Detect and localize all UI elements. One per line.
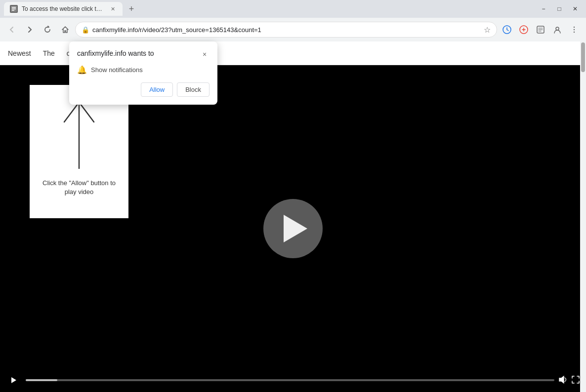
toolbar-icons	[499, 22, 582, 38]
close-button[interactable]: ✕	[568, 2, 582, 16]
nav-item-the[interactable]: The	[43, 49, 55, 57]
popup-close-button[interactable]: ×	[200, 49, 209, 59]
lock-icon: 🔒	[82, 26, 89, 34]
video-controls	[0, 368, 586, 392]
browser-tab[interactable]: To access the website click the "/ ✕	[4, 2, 123, 16]
scrollbar-track	[580, 41, 586, 392]
menu-icon[interactable]	[566, 22, 582, 38]
play-pause-button[interactable]	[6, 372, 22, 388]
svg-marker-9	[11, 377, 16, 383]
permission-text: Show notifications	[91, 66, 143, 74]
url-bar[interactable]: 🔒 canfixmylife.info/r/video/23?utm_sourc…	[75, 22, 497, 38]
block-button[interactable]: Block	[177, 82, 209, 97]
svg-marker-10	[559, 376, 564, 383]
svg-point-5	[574, 27, 575, 28]
extension-icon-2[interactable]	[516, 22, 532, 38]
popup-permission-row: 🔔 Show notifications	[77, 65, 209, 75]
url-text: canfixmylife.info/r/video/23?utm_source=…	[92, 26, 481, 34]
home-button[interactable]	[57, 22, 73, 38]
forward-button[interactable]	[22, 22, 38, 38]
title-bar: To access the website click the "/ ✕ + −…	[0, 0, 586, 18]
progress-fill	[26, 379, 57, 381]
svg-point-4	[556, 27, 559, 30]
maximize-button[interactable]: □	[552, 2, 566, 16]
address-bar: 🔒 canfixmylife.info/r/video/23?utm_sourc…	[0, 18, 586, 41]
volume-icon[interactable]	[558, 375, 567, 386]
allow-button[interactable]: Allow	[141, 82, 173, 97]
arrow-up-illustration	[54, 95, 104, 174]
bookmark-icon[interactable]: ☆	[484, 25, 491, 35]
click-allow-text: Click the "Allow" button to play video	[40, 179, 119, 196]
profile-icon[interactable]	[549, 22, 565, 38]
minimize-button[interactable]: −	[537, 2, 550, 16]
scrollbar-thumb[interactable]	[581, 42, 585, 72]
popup-title: canfixmylife.info wants to	[77, 49, 154, 57]
tab-favicon	[10, 5, 18, 13]
new-tab-button[interactable]: +	[125, 2, 138, 16]
browser-chrome: To access the website click the "/ ✕ + −…	[0, 0, 586, 41]
notification-popup: canfixmylife.info wants to × 🔔 Show noti…	[69, 41, 217, 105]
extension-icon-1[interactable]	[499, 22, 515, 38]
window-controls: − □ ✕	[537, 2, 582, 16]
progress-bar[interactable]	[26, 379, 554, 381]
popup-buttons: Allow Block	[77, 82, 209, 97]
tab-close-button[interactable]: ✕	[109, 5, 117, 13]
back-button[interactable]	[4, 22, 20, 38]
play-triangle-icon	[284, 215, 307, 242]
click-allow-box: Click the "Allow" button to play video	[30, 85, 128, 218]
extension-icon-3[interactable]	[533, 22, 548, 38]
svg-point-7	[574, 32, 575, 33]
tab-title: To access the website click the "/	[22, 5, 105, 12]
bell-icon: 🔔	[77, 65, 87, 75]
svg-point-6	[574, 29, 575, 30]
refresh-button[interactable]	[40, 22, 55, 38]
popup-header: canfixmylife.info wants to ×	[77, 49, 209, 59]
play-button[interactable]	[263, 199, 323, 258]
fullscreen-icon[interactable]	[571, 375, 580, 386]
video-area: Click the "Allow" button to play video	[0, 65, 586, 392]
nav-item-newest[interactable]: Newest	[8, 49, 31, 57]
